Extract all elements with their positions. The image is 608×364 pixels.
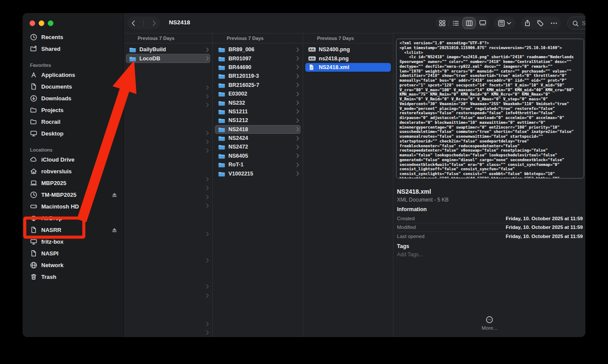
minimize-window-button[interactable] xyxy=(39,20,44,26)
folder-row[interactable]: NS2472 xyxy=(215,142,301,151)
chevron-right-icon xyxy=(295,92,299,96)
gallery-view-button[interactable] xyxy=(476,17,489,30)
chevron-right-icon[interactable] xyxy=(205,103,209,107)
file-row-ns2400-png[interactable]: NS2400.png xyxy=(305,45,391,54)
folder-row[interactable]: V1002215 xyxy=(215,169,301,178)
sidebar-item-macintosh-hd[interactable]: Macintosh HD xyxy=(23,201,123,212)
finder-window: Recents Shared Favorites Applications Do… xyxy=(23,13,585,337)
file-name: NS2418 xyxy=(228,126,248,132)
tag-icon[interactable] xyxy=(537,20,544,27)
info-value: Friday, 10. October 2025 at 11:59 xyxy=(506,225,583,230)
chevron-right-icon[interactable] xyxy=(205,86,209,90)
sidebar-item-rocrail[interactable]: Rocrail xyxy=(23,116,123,128)
globe-icon xyxy=(30,261,37,269)
chevron-right-icon[interactable] xyxy=(205,140,209,144)
chevron-right-icon[interactable] xyxy=(205,258,209,263)
chevron-right-icon[interactable] xyxy=(205,322,209,326)
more-circle-icon[interactable] xyxy=(486,316,493,324)
file-row-ns2418-xml[interactable]: NS2418.xml xyxy=(305,63,391,72)
more-icon[interactable] xyxy=(550,20,558,27)
zoom-window-button[interactable] xyxy=(48,20,53,26)
sidebar-item-label: fritz-box xyxy=(41,238,63,245)
sidebar-item-network[interactable]: Network xyxy=(23,259,123,271)
sidebar-item-mbp2025[interactable]: MBP2025 xyxy=(23,177,123,189)
folder-row[interactable]: BR44690 xyxy=(215,63,301,72)
forward-icon[interactable] xyxy=(150,20,157,27)
download-icon xyxy=(30,95,37,102)
folder-row[interactable]: E03002 xyxy=(215,89,301,98)
add-tags-field[interactable]: Add Tags... xyxy=(397,251,423,258)
folder-row[interactable]: NS2424 xyxy=(215,134,301,142)
file-row-ns2418-png[interactable]: ns2418.png xyxy=(305,54,391,63)
folder-row-ns2418[interactable]: NS2418 xyxy=(215,125,301,134)
file-name: NS1211 xyxy=(228,109,248,115)
chevron-right-icon[interactable] xyxy=(205,195,209,199)
chevron-right-icon[interactable] xyxy=(205,177,209,182)
grid-view-button[interactable] xyxy=(436,17,449,30)
sidebar-item-tm-mbp2025[interactable]: TM-MBP2025 xyxy=(23,189,123,201)
folder-row-locodb[interactable]: LocoDB xyxy=(126,54,210,63)
chevron-right-icon[interactable] xyxy=(205,331,209,335)
folder-row[interactable]: NS232 xyxy=(215,98,301,107)
file-name: NS232 xyxy=(228,100,245,106)
chevron-right-icon[interactable] xyxy=(205,232,209,236)
sidebar-item-fritz-box[interactable]: fritz-box xyxy=(23,236,123,248)
chevron-right-icon[interactable] xyxy=(205,204,209,208)
sidebar-item-trash[interactable]: Trash xyxy=(23,271,123,283)
view-switcher xyxy=(436,17,489,30)
chevron-right-icon[interactable] xyxy=(205,285,209,289)
grid-view-icon xyxy=(439,20,446,27)
chevron-right-icon[interactable] xyxy=(205,186,209,190)
eject-icon[interactable] xyxy=(112,192,117,198)
folder-row[interactable]: BR89_006 xyxy=(215,45,301,54)
sidebar-item-nasrr[interactable]: NASRR xyxy=(23,224,123,236)
eject-icon[interactable] xyxy=(112,227,117,233)
chevron-right-icon[interactable] xyxy=(205,149,209,153)
file-name: BR216025-7 xyxy=(228,82,259,88)
sidebar-item-airdrop[interactable]: AirDrop xyxy=(23,212,123,224)
sidebar-item-downloads[interactable]: Downloads xyxy=(23,93,123,104)
folder-row[interactable]: NS1212 xyxy=(215,116,301,125)
more-label[interactable]: More... xyxy=(482,325,497,331)
search-input[interactable] xyxy=(581,20,585,27)
search-field[interactable] xyxy=(567,17,585,30)
column-view-button[interactable] xyxy=(463,17,476,29)
sidebar-item-recents[interactable]: Recents xyxy=(23,31,123,43)
info-label: Modified xyxy=(397,225,416,230)
back-icon[interactable] xyxy=(130,20,138,27)
folder-row[interactable]: BR01097 xyxy=(215,54,301,63)
share-icon[interactable] xyxy=(524,20,531,27)
chevron-right-icon[interactable] xyxy=(205,294,209,298)
info-row-created: CreatedFriday, 10. October 2025 at 11:59 xyxy=(397,214,583,223)
sidebar-item-icloud-drive[interactable]: iCloud Drive xyxy=(23,154,123,165)
group-by-button[interactable] xyxy=(494,17,515,30)
chevron-down-icon xyxy=(506,20,512,26)
chevron-right-icon[interactable] xyxy=(205,94,209,99)
traffic-lights xyxy=(30,20,53,26)
folder-row[interactable]: BR216025-7 xyxy=(215,81,301,89)
close-window-button[interactable] xyxy=(30,20,35,26)
folder-row[interactable]: NS6405 xyxy=(215,152,301,160)
sidebar-item-projects[interactable]: Projects xyxy=(23,104,123,116)
folder-row-dailybuild[interactable]: DailyBuild xyxy=(126,45,210,54)
folder-row[interactable]: NS1211 xyxy=(215,107,301,116)
sidebar: Recents Shared Favorites Applications Do… xyxy=(23,13,124,337)
sidebar-item-applications[interactable]: Applications xyxy=(23,69,123,81)
folder-row[interactable]: RoT-1 xyxy=(215,160,301,169)
sidebar-item-label: Recents xyxy=(41,34,63,40)
sidebar-item-shared[interactable]: Shared xyxy=(23,43,123,55)
sidebar-item-naspi[interactable]: NASPI xyxy=(23,248,123,259)
document-icon xyxy=(30,83,37,90)
sidebar-item-documents[interactable]: Documents xyxy=(23,81,123,93)
time-machine-icon xyxy=(30,191,37,199)
folder-row[interactable]: BR120119-3 xyxy=(215,72,301,80)
file-preview[interactable]: <?xml version="1.0" encoding="UTF-8"?> <… xyxy=(396,39,584,179)
sidebar-item-robversluis[interactable]: robversluis xyxy=(23,165,123,177)
preview-file-kind: XML Document - 5 KB xyxy=(397,197,449,203)
folder-icon xyxy=(218,64,225,70)
list-view-button[interactable] xyxy=(449,17,462,30)
chevron-right-icon[interactable] xyxy=(205,131,209,136)
sidebar-item-desktop[interactable]: Desktop xyxy=(23,128,123,139)
navigation-buttons xyxy=(127,17,160,30)
info-value: Friday, 10. October 2025 at 11:59 xyxy=(506,216,583,221)
